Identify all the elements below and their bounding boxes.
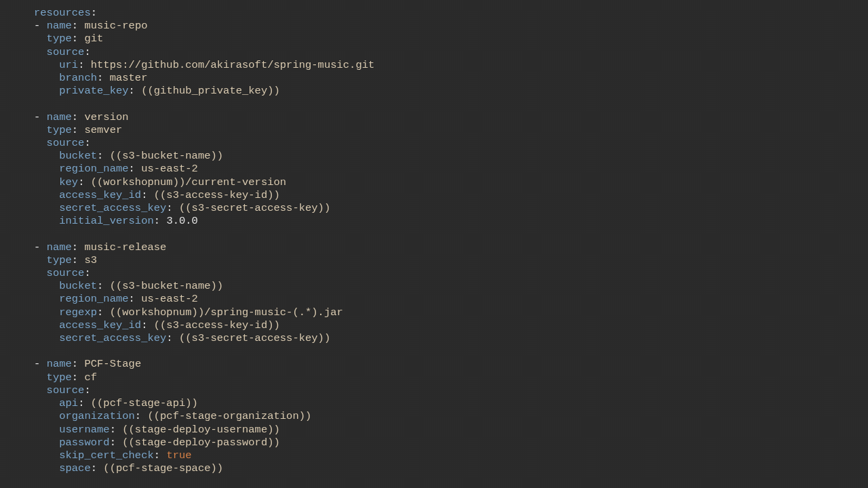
yaml-value: ((pcf-stage-api)) bbox=[91, 397, 198, 409]
yaml-key: key bbox=[59, 176, 78, 188]
yaml-key: bucket bbox=[59, 280, 97, 292]
yaml-key: source bbox=[47, 384, 85, 396]
yaml-value: semver bbox=[84, 124, 122, 136]
yaml-key: secret_access_key bbox=[59, 202, 166, 214]
yaml-key: source bbox=[47, 46, 85, 58]
yaml-value: git bbox=[84, 33, 103, 45]
yaml-key: organization bbox=[59, 410, 135, 422]
yaml-key: name bbox=[47, 111, 72, 123]
yaml-key: skip_cert_check bbox=[59, 449, 154, 462]
yaml-value: ((pcf-stage-space)) bbox=[103, 462, 223, 474]
yaml-key: region_name bbox=[59, 163, 128, 175]
yaml-key: access_key_id bbox=[59, 319, 141, 331]
yaml-key: type bbox=[47, 254, 72, 266]
yaml-key: regexp bbox=[59, 306, 97, 319]
yaml-value: music-release bbox=[84, 241, 166, 253]
yaml-key: type bbox=[47, 33, 72, 45]
yaml-value: ((stage-deploy-password)) bbox=[122, 436, 280, 449]
yaml-value: ((s3-access-key-id)) bbox=[154, 189, 280, 201]
yaml-key: region_name bbox=[59, 293, 128, 305]
yaml-value: ((s3-access-key-id)) bbox=[154, 319, 280, 331]
yaml-key: name bbox=[47, 20, 72, 32]
yaml-key: space bbox=[59, 462, 91, 474]
yaml-value: ((workshopnum))/current-version bbox=[91, 176, 286, 188]
yaml-key: source bbox=[47, 137, 85, 149]
yaml-key: private_key bbox=[59, 85, 128, 97]
yaml-key: username bbox=[59, 424, 109, 436]
yaml-value: true bbox=[166, 449, 191, 462]
yaml-value: ((pcf-stage-organization)) bbox=[147, 410, 311, 422]
yaml-key: name bbox=[47, 358, 72, 370]
yaml-key: type bbox=[47, 124, 72, 136]
yaml-key: type bbox=[47, 371, 72, 384]
yaml-key: secret_access_key bbox=[59, 332, 166, 344]
yaml-value: PCF-Stage bbox=[84, 358, 141, 370]
yaml-key: access_key_id bbox=[59, 189, 141, 201]
yaml-key: resources bbox=[34, 7, 91, 19]
yaml-value: us-east-2 bbox=[141, 163, 198, 175]
yaml-value: s3 bbox=[84, 254, 97, 266]
yaml-key: branch bbox=[59, 72, 97, 84]
yaml-value: https://github.com/akirasoft/spring-musi… bbox=[91, 59, 375, 71]
yaml-key: name bbox=[47, 241, 72, 253]
yaml-value: ((stage-deploy-username)) bbox=[122, 424, 280, 436]
yaml-key: password bbox=[59, 436, 109, 449]
yaml-key: api bbox=[59, 397, 78, 409]
yaml-value: ((s3-bucket-name)) bbox=[110, 150, 223, 162]
yaml-code-block: resources: - name: music-repo type: git … bbox=[0, 0, 868, 475]
yaml-key: initial_version bbox=[59, 215, 154, 227]
yaml-value: master bbox=[110, 72, 148, 84]
yaml-value: ((s3-bucket-name)) bbox=[110, 280, 223, 292]
yaml-value: music-repo bbox=[84, 20, 147, 32]
yaml-key: bucket bbox=[59, 150, 97, 162]
yaml-value: version bbox=[84, 111, 128, 123]
yaml-value: ((workshopnum))/spring-music-(.*).jar bbox=[110, 306, 343, 319]
yaml-value: cf bbox=[84, 371, 97, 384]
yaml-key: uri bbox=[59, 59, 78, 71]
yaml-value: 3.0.0 bbox=[166, 215, 198, 227]
yaml-key: source bbox=[47, 267, 85, 279]
yaml-value: ((github_private_key)) bbox=[141, 85, 280, 97]
yaml-value: ((s3-secret-access-key)) bbox=[179, 332, 330, 344]
yaml-value: us-east-2 bbox=[141, 293, 198, 305]
yaml-value: ((s3-secret-access-key)) bbox=[179, 202, 330, 214]
